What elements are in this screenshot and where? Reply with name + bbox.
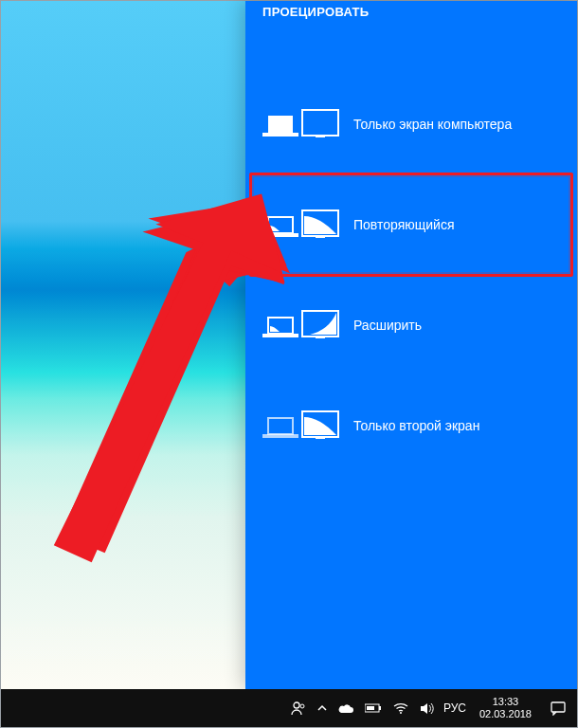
- svg-rect-0: [268, 116, 293, 133]
- svg-point-26: [400, 712, 402, 714]
- display-pc-only-icon: [262, 102, 340, 146]
- option-label: Только второй экран: [353, 418, 479, 433]
- svg-rect-12: [268, 418, 293, 434]
- clock-time: 13:33: [479, 696, 532, 708]
- svg-point-22: [300, 704, 304, 708]
- option-label: Только экран компьютера: [353, 117, 512, 132]
- svg-rect-27: [551, 702, 565, 712]
- svg-rect-13: [262, 434, 298, 438]
- volume-icon[interactable]: [420, 702, 434, 715]
- taskbar-clock[interactable]: 13:33 02.03.2018: [476, 696, 535, 719]
- input-language-indicator[interactable]: РУС: [443, 701, 466, 715]
- svg-point-21: [294, 702, 299, 708]
- svg-rect-7: [316, 236, 325, 238]
- svg-rect-2: [302, 110, 338, 136]
- svg-rect-3: [316, 136, 325, 137]
- option-label: Расширить: [353, 318, 422, 333]
- project-options-list: Только экран компьютера По: [245, 74, 577, 476]
- project-panel-title: ПРОЕЦИРОВАТЬ: [245, 1, 577, 19]
- action-center-icon[interactable]: [545, 695, 571, 721]
- project-option-second-only[interactable]: Только второй экран: [245, 375, 577, 476]
- wifi-icon[interactable]: [393, 702, 408, 714]
- people-icon[interactable]: [291, 701, 306, 716]
- onedrive-icon[interactable]: [338, 703, 353, 714]
- option-label: Повторяющийся: [353, 217, 454, 232]
- clock-date: 02.03.2018: [479, 708, 532, 720]
- system-tray: [291, 701, 434, 716]
- project-option-duplicate[interactable]: Повторяющийся: [245, 174, 577, 275]
- project-option-extend[interactable]: Расширить: [245, 275, 577, 375]
- svg-rect-11: [316, 337, 325, 338]
- display-extend-icon: [262, 303, 340, 347]
- svg-rect-9: [262, 334, 298, 337]
- tray-overflow-icon[interactable]: [317, 703, 327, 713]
- project-flyout-panel: ПРОЕЦИРОВАТЬ Только экран компьютера: [245, 1, 577, 689]
- display-duplicate-icon: [262, 203, 340, 246]
- svg-rect-25: [367, 706, 374, 710]
- battery-icon[interactable]: [365, 703, 382, 713]
- screen: ПРОЕЦИРОВАТЬ Только экран компьютера: [0, 0, 578, 728]
- taskbar: РУС 13:33 02.03.2018: [1, 689, 577, 727]
- display-second-only-icon: [262, 404, 340, 447]
- project-option-pc-only[interactable]: Только экран компьютера: [245, 74, 577, 174]
- svg-rect-1: [262, 133, 298, 136]
- svg-rect-15: [316, 437, 325, 439]
- svg-rect-5: [262, 233, 298, 237]
- svg-rect-24: [379, 706, 381, 710]
